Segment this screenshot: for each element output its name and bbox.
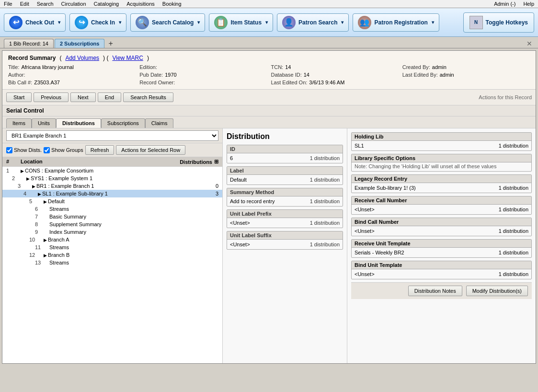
close-tab-button[interactable]: ✕ (525, 40, 534, 47)
menu-cataloging[interactable]: Cataloging (94, 1, 119, 7)
actions-selected-button[interactable]: Actions for Selected Row (116, 145, 185, 155)
tab-subscriptions[interactable]: 2 Subscriptions (55, 39, 105, 48)
tab-bib-record[interactable]: 1 Bib Record: 14 (4, 39, 54, 48)
legacy-value: Example Sub-library 1! (3) (355, 185, 416, 191)
tree-row[interactable]: 2 ▶SYS1 : Example System 1 (2, 174, 222, 182)
checkout-button[interactable]: ↩ Check Out ▾ (4, 13, 66, 32)
tree-row[interactable]: 8 Supplement Summary (2, 220, 222, 228)
menu-booking[interactable]: Booking (162, 1, 182, 7)
pubdate-value: 1970 (165, 72, 176, 78)
show-dists-checkbox[interactable] (6, 147, 12, 153)
createdby-field: Created By: admin (402, 64, 530, 70)
dbid-value: 14 (304, 72, 309, 78)
menu-admin[interactable]: Admin (-) (494, 1, 515, 7)
menu-acquisitions[interactable]: Acquisitions (126, 1, 155, 7)
bottom-bar: Distribution Notes Modify Distribution(s… (351, 282, 532, 299)
show-dists-label[interactable]: Show Dists. (6, 147, 42, 153)
show-groups-checkbox[interactable] (44, 147, 50, 153)
dist-summary-value: Add to record entry (230, 198, 275, 204)
next-button[interactable]: Next (70, 92, 96, 102)
search-results-button[interactable]: Search Results (123, 92, 173, 102)
createdby-label: Created By: (402, 64, 430, 70)
tab-subscriptions[interactable]: Subscriptions (101, 118, 145, 128)
dist-unitprefix-section: Unit Label Prefix <Unset> 1 distribution (227, 209, 343, 228)
menu-search[interactable]: Search (37, 1, 54, 7)
pubdate-label: Pub Date: (139, 72, 163, 78)
tree-row[interactable]: 5 ▶Default (2, 197, 222, 205)
start-button[interactable]: Start (6, 92, 32, 102)
tab-units[interactable]: Units (32, 118, 56, 128)
modify-distribution-button[interactable]: Modify Distribution(s) (466, 286, 528, 296)
checkin-button[interactable]: ↪ Check In ▾ (69, 13, 126, 32)
tab-distributions[interactable]: Distributions (56, 118, 101, 128)
search-catalog-button[interactable]: 🔍 Search Catalog ▾ (130, 13, 205, 32)
pubdate-field: Pub Date: 1970 (139, 72, 267, 78)
item-status-button[interactable]: 📋 Item Status ▾ (209, 13, 273, 32)
legacy-header: Legacy Record Entry (352, 175, 531, 183)
receiveunit-value: Serials - Weekly BR2 (355, 250, 404, 255)
dist-unitprefix-header: Unit Label Prefix (227, 210, 343, 218)
title-value: Africana library journal (21, 64, 73, 70)
tree-row[interactable]: 6 Streams (2, 205, 222, 213)
legacy-dist: 1 distribution (499, 185, 528, 191)
main-content: Record Summary ( Add Volumes ) ( View MA… (2, 50, 536, 364)
bindcall-dist: 1 distribution (499, 228, 528, 234)
menu-help[interactable]: Help (523, 1, 534, 7)
refresh-button[interactable]: Refresh (85, 145, 114, 155)
tab-claims[interactable]: Claims (145, 118, 174, 128)
distribution-notes-button[interactable]: Distribution Notes (408, 286, 462, 296)
nav-bar: Start Previous Next End Search Results A… (2, 90, 536, 105)
bibcall-field: Bib Call #: Z3503.A37 (8, 80, 136, 85)
bindunit-value: <Unset> (355, 271, 375, 277)
search-catalog-icon: 🔍 (136, 16, 149, 29)
menu-file[interactable]: File (4, 1, 12, 7)
tree-row[interactable]: 4 ▶SL1 : Example Sub-library 1 3 (2, 190, 222, 197)
previous-button[interactable]: Previous (34, 92, 69, 102)
menu-edit[interactable]: Edit (20, 1, 29, 7)
view-marc-link[interactable]: View MARC (112, 55, 143, 61)
tree-row[interactable]: 3 ▶BR1 : Example Branch 1 0 (2, 182, 222, 190)
menu-circulation[interactable]: Circulation (61, 1, 86, 7)
tree-row[interactable]: 1 ▶CONS : Example Consortium (2, 167, 222, 174)
dist-id-value: 6 (230, 155, 233, 161)
bindunit-header: Bind Unit Template (352, 261, 531, 269)
show-groups-label[interactable]: Show Groups (44, 147, 83, 153)
add-tab-button[interactable]: + (105, 39, 115, 48)
tree-row[interactable]: 13 Streams (2, 259, 222, 266)
patron-registration-icon: 👥 (358, 16, 371, 29)
tcn-label: TCN: (271, 64, 284, 70)
holdinglib-dist: 1 distribution (499, 143, 528, 149)
tab-items[interactable]: Items (6, 118, 32, 128)
tree-row[interactable]: 7 Basic Summary (2, 213, 222, 220)
legacy-row: Example Sub-library 1! (3) 1 distributio… (355, 185, 528, 191)
lasteditedon-value: 3/6/13 9:46 AM (309, 80, 344, 85)
inner-tabs: Items Units Distributions Subscriptions … (2, 116, 536, 128)
branch-select[interactable]: BR1 Example Branch 1 (6, 130, 218, 141)
lasteditedby-field: Last Edited By: admin (402, 72, 530, 78)
holdinglib-value: SL1 (355, 143, 364, 149)
receiveunit-header: Receive Unit Template (352, 240, 531, 248)
dist-summary-header: Summary Method (227, 188, 343, 196)
patron-search-button[interactable]: 👤 Patron Search ▾ (277, 13, 349, 32)
actions-for-record[interactable]: Actions for this Record (479, 94, 532, 100)
end-button[interactable]: End (98, 92, 122, 102)
add-volumes-link[interactable]: Add Volumes (65, 55, 99, 61)
tree-body: 1 ▶CONS : Example Consortium 2 ▶SYS1 : E… (2, 167, 222, 363)
tree-row[interactable]: 11 Streams (2, 243, 222, 251)
patron-registration-button[interactable]: 👥 Patron Registration ▾ (353, 13, 439, 32)
tcn-field: TCN: 14 (271, 64, 399, 70)
dbid-label: Database ID: (271, 72, 302, 78)
tree-row[interactable]: 9 Index Summary (2, 228, 222, 236)
libspecific-header: Library Specific Options (352, 154, 531, 162)
serial-control-label: Serial Control (2, 105, 536, 116)
tree-header: # Location Distributions ⊞ (2, 157, 222, 167)
distribution-title: Distribution (227, 132, 343, 141)
holdinglib-row: SL1 1 distribution (355, 143, 528, 149)
toggle-hotkeys-button[interactable]: N Toggle Hotkeys (463, 12, 534, 33)
tree-row[interactable]: 12 ▶Branch B (2, 251, 222, 259)
edition-label: Edition: (139, 64, 157, 70)
tree-row[interactable]: 10 ▶Branch A (2, 236, 222, 243)
dist-summary-row: Add to record entry 1 distribution (230, 198, 340, 204)
dist-unitsuffix-count: 1 distribution (310, 242, 340, 247)
dist-id-header: ID (227, 145, 343, 153)
